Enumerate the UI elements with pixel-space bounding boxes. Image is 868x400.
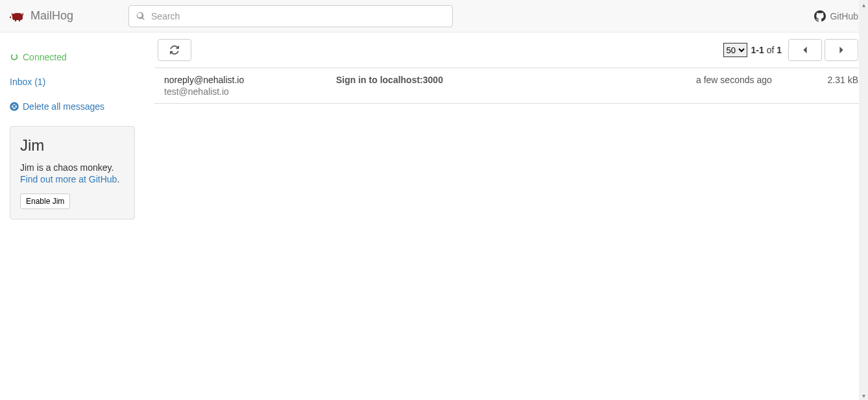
message-time: a few seconds ago — [696, 75, 813, 85]
jim-link-suffix: . — [117, 174, 119, 184]
message-list: noreply@nehalist.io test@nehalist.io Sig… — [154, 68, 868, 104]
inbox-link[interactable]: Inbox (1) — [10, 77, 135, 87]
chevron-right-icon — [837, 45, 846, 55]
prev-page-button[interactable] — [788, 39, 822, 61]
delete-all-link[interactable]: Delete all messages — [10, 101, 135, 112]
github-link[interactable]: GitHub — [814, 10, 858, 22]
trash-icon — [10, 102, 19, 111]
page-size-select[interactable]: 50 — [723, 43, 747, 57]
inbox-label: Inbox (1) — [10, 77, 45, 87]
refresh-button[interactable] — [158, 39, 191, 61]
header: MailHog GitHub — [0, 0, 868, 32]
power-icon — [10, 53, 19, 62]
brand-text: MailHog — [30, 9, 73, 23]
message-recipient: test@nehalist.io — [164, 86, 336, 97]
brand[interactable]: MailHog — [10, 9, 73, 23]
sidebar: Connected Inbox (1) Delete all messages … — [0, 32, 145, 400]
pig-icon — [10, 10, 25, 22]
delete-all-label: Delete all messages — [23, 101, 104, 112]
connected-label: Connected — [23, 52, 67, 62]
connected-status[interactable]: Connected — [10, 52, 135, 62]
message-size: 2.31 kB — [813, 75, 858, 85]
scroll-up-icon[interactable]: ▴ — [859, 0, 868, 9]
message-sender: noreply@nehalist.io — [164, 75, 336, 85]
jim-desc: Jim is a chaos monkey. — [20, 162, 125, 173]
github-label: GitHub — [830, 11, 858, 21]
scroll-down-icon[interactable]: ▾ — [859, 391, 868, 400]
jim-link[interactable]: Find out more at GitHub — [20, 174, 117, 184]
refresh-icon — [170, 45, 179, 55]
message-row[interactable]: noreply@nehalist.io test@nehalist.io Sig… — [154, 68, 868, 104]
pager-text: 1-1 of 1 — [751, 45, 782, 55]
toolbar-right: 50 1-1 of 1 — [723, 39, 859, 61]
pager-range: 1-1 — [751, 45, 764, 55]
pager-total: 1 — [777, 45, 782, 55]
jim-title: Jim — [20, 136, 125, 155]
scrollbar[interactable]: ▴ ▾ — [859, 0, 868, 400]
enable-jim-button[interactable]: Enable Jim — [20, 194, 70, 209]
chevron-left-icon — [801, 45, 810, 55]
message-subject: Sign in to localhost:3000 — [336, 75, 696, 85]
search-input[interactable] — [128, 5, 453, 27]
toolbar: 50 1-1 of 1 — [154, 32, 868, 68]
next-page-button[interactable] — [825, 39, 858, 61]
jim-panel: Jim Jim is a chaos monkey. Find out more… — [10, 126, 135, 219]
search-wrap — [128, 5, 453, 27]
search-icon — [136, 12, 145, 21]
pager-of: of — [767, 45, 775, 55]
main: 50 1-1 of 1 noreply@nehalist.io — [145, 32, 868, 400]
message-from-cell: noreply@nehalist.io test@nehalist.io — [164, 75, 336, 97]
github-icon — [814, 10, 826, 22]
